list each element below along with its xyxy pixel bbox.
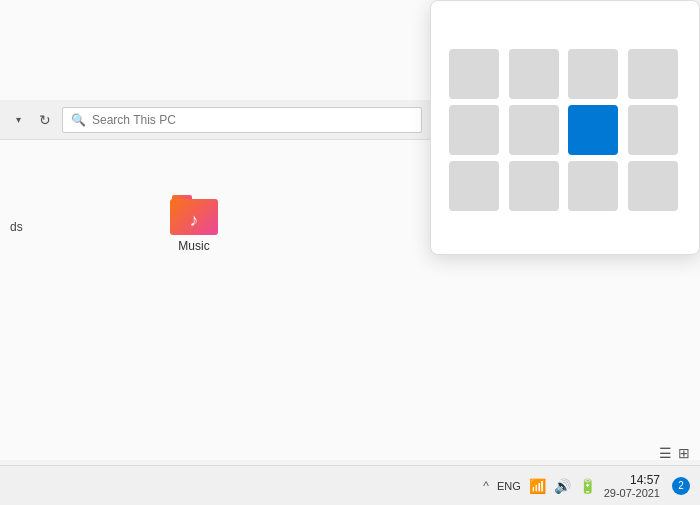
folder-body: ♪ (170, 199, 218, 235)
taskbar-notification-badge[interactable]: 2 (672, 477, 690, 495)
folder-icon: ♪ (170, 195, 218, 235)
snap-cell-2[interactable] (509, 49, 559, 99)
grid-view-icon[interactable]: ⊞ (678, 445, 690, 461)
folder-label: Music (178, 239, 209, 253)
snap-layout-grid (443, 43, 687, 217)
music-note-icon: ♪ (190, 210, 199, 231)
address-dropdown[interactable]: ▾ (8, 109, 28, 131)
taskbar-clock[interactable]: 14:57 29-07-2021 (604, 473, 660, 499)
snap-cell-3[interactable] (568, 49, 618, 99)
snap-cell-4[interactable] (628, 49, 678, 99)
view-icons: ☰ ⊞ (659, 445, 690, 461)
notification-count: 2 (678, 480, 684, 491)
taskbar-time-value: 14:57 (630, 473, 660, 487)
taskbar-chevron-icon[interactable]: ^ (483, 479, 489, 493)
snap-cell-5[interactable] (449, 105, 499, 155)
snap-cell-9[interactable] (449, 161, 499, 211)
search-icon: 🔍 (71, 113, 86, 127)
snap-cell-1[interactable] (449, 49, 499, 99)
taskbar-language[interactable]: ENG (497, 480, 521, 492)
snap-layout-popup (430, 0, 700, 255)
snap-cell-7[interactable] (568, 105, 618, 155)
music-folder[interactable]: ♪ Music (170, 195, 218, 253)
search-placeholder: Search This PC (92, 113, 176, 127)
taskbar-date-value: 29-07-2021 (604, 487, 660, 499)
taskbar-volume-icon[interactable]: 🔊 (554, 478, 571, 494)
taskbar: ^ ENG 📶 🔊 🔋 14:57 29-07-2021 2 (0, 465, 700, 505)
sidebar-label: ds (10, 220, 23, 234)
snap-cell-6[interactable] (509, 105, 559, 155)
snap-cell-11[interactable] (568, 161, 618, 211)
search-bar[interactable]: 🔍 Search This PC (62, 107, 422, 133)
toolbar: ▾ ↻ 🔍 Search This PC (0, 100, 430, 140)
taskbar-wifi-icon[interactable]: 📶 (529, 478, 546, 494)
snap-cell-8[interactable] (628, 105, 678, 155)
taskbar-battery-icon[interactable]: 🔋 (579, 478, 596, 494)
list-view-icon[interactable]: ☰ (659, 445, 672, 461)
snap-cell-12[interactable] (628, 161, 678, 211)
refresh-button[interactable]: ↻ (34, 109, 56, 131)
snap-cell-10[interactable] (509, 161, 559, 211)
